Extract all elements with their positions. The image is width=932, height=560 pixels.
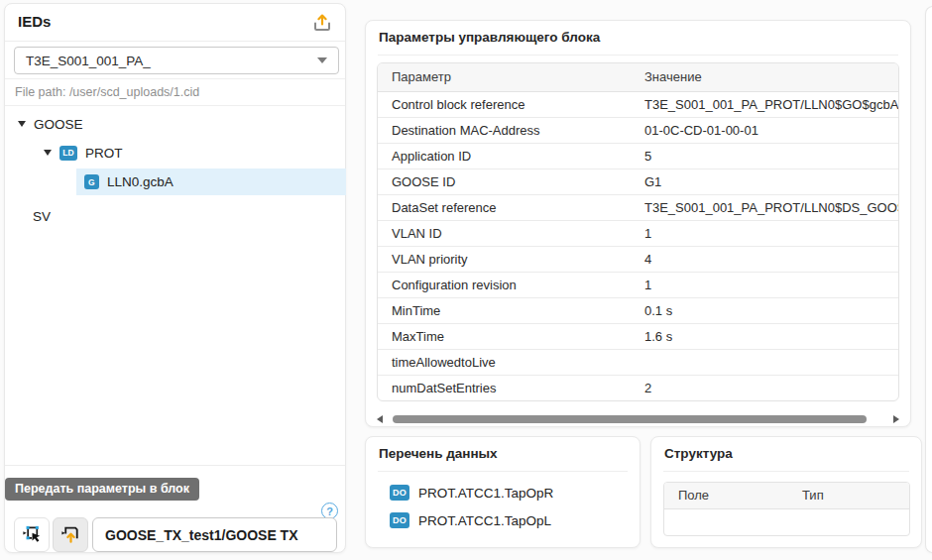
title-divider	[378, 55, 898, 56]
table-row	[664, 508, 909, 535]
ieds-panel: IEDs T3E_S001_001_PA_ File path: /user/s…	[4, 3, 346, 553]
ied-select[interactable]: T3E_S001_001_PA_	[14, 47, 339, 74]
table-row[interactable]: VLAN ID1	[378, 220, 898, 246]
data-object-label: PROT.ATCC1.TapOpL	[418, 513, 551, 528]
tree-node-control-block-label: LLN0.gcbA	[107, 174, 174, 189]
list-item[interactable]: DO PROT.ATCC1.TapOpR	[390, 485, 553, 501]
list-item[interactable]: DO PROT.ATCC1.TapOpL	[390, 512, 551, 528]
apply-params-button[interactable]	[14, 517, 50, 552]
transfer-params-button[interactable]	[53, 517, 88, 552]
param-value-cell: 2	[631, 375, 898, 400]
control-block-params-panel: Параметры управляющего блока Параметр Зн…	[365, 20, 911, 427]
param-name-cell: MinTime	[378, 297, 631, 323]
column-header-value: Значение	[631, 63, 898, 91]
horizontal-scrollbar[interactable]	[377, 413, 899, 425]
tree-node-control-block-selected[interactable]: G LLN0.gcbA	[76, 168, 346, 195]
table-row[interactable]: VLAN priority4	[378, 246, 898, 272]
cursor-select-icon	[21, 523, 44, 546]
param-value-cell	[631, 349, 898, 375]
do-badge-icon: DO	[390, 485, 409, 501]
param-value-cell: G1	[631, 168, 898, 194]
tree-node-prot[interactable]: LD PROT	[44, 140, 123, 166]
tree-node-sv[interactable]: SV	[33, 203, 51, 229]
param-name-cell: numDatSetEntries	[378, 375, 631, 400]
data-list-title: Перечень данных	[379, 446, 498, 461]
scrollbar-thumb[interactable]	[393, 415, 867, 423]
caret-down-icon	[18, 121, 26, 127]
table-row[interactable]: timeAllowedtoLive	[378, 349, 898, 375]
upload-file-button[interactable]	[308, 8, 338, 38]
param-value-cell: 4	[631, 246, 898, 272]
param-value-cell: 01-0C-CD-01-00-01	[631, 117, 898, 143]
goose-cb-badge-icon: G	[84, 174, 99, 189]
table-row[interactable]: Configuration revision1	[378, 272, 898, 297]
tree-node-sv-label: SV	[33, 209, 51, 224]
param-name-cell: Configuration revision	[378, 272, 631, 297]
do-badge-icon: DO	[390, 512, 409, 528]
param-value-cell: T3E_S001_001_PA_PROT/LLN0$DS_GOOSE	[631, 194, 898, 220]
column-header-field: Поле	[664, 483, 788, 508]
param-name-cell: MaxTime	[378, 323, 631, 349]
table-row[interactable]: DataSet referenceT3E_S001_001_PA_PROT/LL…	[378, 194, 898, 220]
bracket-arrow-up-icon	[59, 523, 82, 546]
structure-table-header-row: Поле Тип	[664, 483, 909, 508]
structure-table: Поле Тип	[663, 482, 910, 536]
param-name-cell: VLAN ID	[378, 220, 631, 246]
data-list-panel: Перечень данных DO PROT.ATCC1.TapOpR DO …	[365, 436, 641, 548]
column-header-type: Тип	[788, 483, 909, 508]
param-name-cell: GOOSE ID	[378, 168, 631, 194]
tooltip-transfer-params: Передать параметры в блок	[5, 478, 199, 501]
table-row[interactable]: Destination MAC-Address01-0C-CD-01-00-01	[378, 117, 898, 143]
ieds-title: IEDs	[18, 13, 51, 30]
file-path-label: File path: /user/scd_uploads/1.cid	[5, 78, 345, 106]
title-divider	[378, 471, 628, 472]
param-value-cell: 1	[631, 220, 898, 246]
type-cell-empty	[788, 508, 909, 535]
param-name-cell: Control block reference	[378, 91, 631, 117]
params-table: Параметр Значение Control block referenc…	[377, 62, 899, 401]
tree-node-goose[interactable]: GOOSE	[18, 111, 83, 137]
caret-down-icon	[44, 150, 52, 156]
param-value-cell: T3E_S001_001_PA_PROT/LLN0$GO$gcbA	[631, 91, 898, 117]
table-row[interactable]: MaxTime1.6 s	[378, 323, 898, 349]
goose-subscription-input[interactable]	[92, 517, 337, 552]
partial-panel-edge	[925, 6, 932, 553]
table-row[interactable]: GOOSE IDG1	[378, 168, 898, 194]
param-name-cell: DataSet reference	[378, 194, 631, 220]
ld-badge-icon: LD	[59, 146, 77, 161]
data-object-label: PROT.ATCC1.TapOpR	[418, 486, 553, 501]
structure-title: Структура	[664, 446, 733, 461]
scroll-left-icon[interactable]	[377, 415, 383, 423]
tree-node-prot-label: PROT	[85, 146, 123, 161]
param-value-cell: 5	[631, 143, 898, 168]
param-value-cell: 0.1 s	[631, 297, 898, 323]
table-row[interactable]: Control block referenceT3E_S001_001_PA_P…	[378, 91, 898, 117]
column-header-param: Параметр	[378, 63, 631, 91]
param-value-cell: 1	[631, 272, 898, 297]
param-name-cell: VLAN priority	[378, 246, 631, 272]
panel-divider	[5, 465, 345, 466]
params-table-header-row: Параметр Значение	[378, 63, 898, 91]
ieds-panel-header: IEDs	[5, 4, 345, 42]
table-row[interactable]: Application ID5	[378, 143, 898, 168]
tree-node-goose-label: GOOSE	[34, 117, 83, 132]
param-name-cell: Application ID	[378, 143, 631, 168]
title-divider	[663, 471, 909, 472]
param-value-cell: 1.6 s	[631, 323, 898, 349]
param-name-cell: timeAllowedtoLive	[378, 349, 631, 375]
ied-select-value: T3E_S001_001_PA_	[26, 54, 151, 68]
upload-icon	[310, 11, 334, 35]
structure-panel: Структура Поле Тип	[650, 436, 922, 548]
scroll-right-icon[interactable]	[893, 415, 899, 423]
chevron-down-icon	[317, 57, 327, 63]
params-panel-title: Параметры управляющего блока	[379, 30, 600, 45]
table-row[interactable]: MinTime0.1 s	[378, 297, 898, 323]
field-cell-empty	[664, 508, 788, 535]
param-name-cell: Destination MAC-Address	[378, 117, 631, 143]
table-row[interactable]: numDatSetEntries2	[378, 375, 898, 400]
